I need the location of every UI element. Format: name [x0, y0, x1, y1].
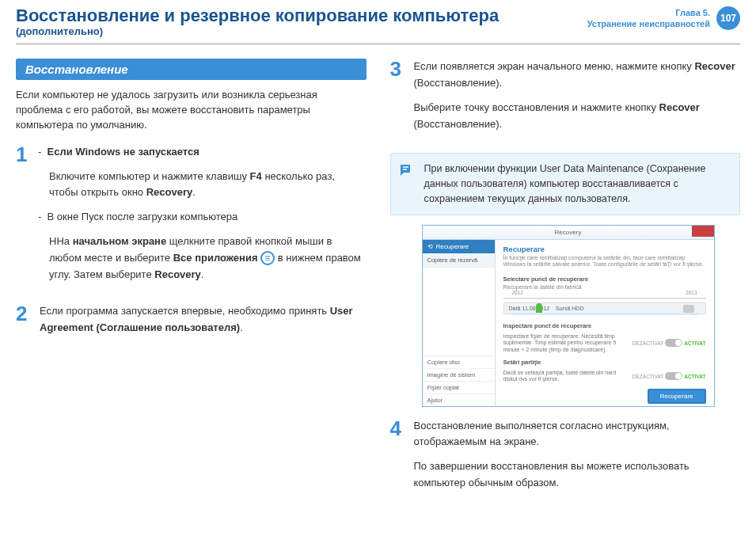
opt1-title: Inspectare punct de recuperare [503, 322, 706, 329]
recovery-screenshot: Recovery ⟲Recuperare Copiere de rezervă … [422, 225, 715, 407]
step1-b1-body: Включите компьютер и нажмите клавишу F4 … [49, 169, 367, 202]
chapter-text: Глава 5. Устранение неисправностей [587, 7, 710, 30]
note-text: При включении функции User Data Maintena… [424, 163, 706, 204]
shot-heading: Recuperare [503, 245, 706, 253]
step1-bullet1: - Если Windows не запускается [38, 144, 367, 161]
toggle-1: DEZACTIVATACTIVAT [633, 339, 706, 347]
shot-subtext: În funcţie care reinitializaţi computeru… [503, 255, 706, 268]
step2-body: Если программа запускается впервые, необ… [40, 303, 367, 336]
step3-line2: Выберите точку восстановления и нажмите … [414, 100, 741, 133]
step-number: 1 [16, 144, 32, 291]
chapter-line2: Устранение неисправностей [587, 18, 710, 29]
step-4: 4 Восстановление выполняется согласно ин… [390, 418, 741, 500]
shot-footer: Recuperare [503, 386, 706, 404]
step-body: Если программа запускается впервые, необ… [40, 303, 367, 344]
opt2-row: Dacă se setează partiţia, toate datele d… [503, 370, 706, 383]
hdd-icon [683, 305, 694, 313]
opt2-title: Setări partiţie [503, 359, 706, 366]
shot-side-top: ⟲Recuperare [423, 240, 495, 253]
note-icon [399, 162, 415, 177]
step-2: 2 Если программа запускается впервые, не… [16, 303, 367, 344]
recover-button: Recuperare [648, 389, 706, 404]
intro-paragraph: Если компьютер не удалось загрузить или … [16, 88, 367, 133]
opt1-row: Inspectare fişier de recuperare. Necesit… [503, 333, 706, 353]
page-header: Восстановление и резервное копирование к… [0, 0, 756, 42]
step4-line1: Восстановление выполняется согласно инст… [414, 418, 741, 451]
shot-body: ⟲Recuperare Copiere de rezervă Copiere d… [423, 240, 714, 406]
shot-window-title: Recovery [555, 229, 582, 236]
step-number: 2 [16, 303, 32, 344]
toggle-2: DEZACTIVATACTIVAT [633, 372, 706, 380]
step4-line2: По завершении восстановления вы можете и… [414, 458, 741, 492]
step3-line1: Если появляется экран начального меню, н… [414, 59, 741, 92]
shot-sidebar: ⟲Recuperare Copiere de rezervă Copiere d… [423, 240, 496, 406]
step-1: 1 - Если Windows не запускается Включите… [16, 144, 367, 291]
step1-bullet2: - В окне Пуск после загрузки компьютера [38, 209, 367, 226]
page-title: Восстановление и резервное копирование к… [16, 6, 587, 25]
step1-b2-title: В окне Пуск после загрузки компьютера [47, 211, 238, 222]
timeline-pin-icon [536, 303, 542, 313]
step1-b1-title: Если Windows не запускается [47, 146, 199, 158]
close-icon [692, 226, 714, 237]
step1-b2-body: ННа начальном экране щелкните правой кно… [49, 234, 367, 283]
step-body: Если появляется экран начального меню, н… [414, 59, 741, 140]
step-body: Восстановление выполняется согласно инст… [414, 418, 741, 500]
step-number: 3 [390, 59, 406, 140]
shot-main: Recuperare În funcţie care reinitializaţ… [496, 240, 714, 406]
chapter-block: Глава 5. Устранение неисправностей 107 [587, 6, 740, 30]
shot-select-label: Selectare punct de recuperare [503, 276, 706, 283]
left-column: Восстановление Если компьютер не удалось… [16, 59, 367, 512]
content-columns: Восстановление Если компьютер не удалось… [0, 44, 756, 520]
section-title: Восстановление [16, 59, 367, 80]
note-box: При включении функции User Data Maintena… [390, 153, 741, 215]
shot-timeline: 20122013 [503, 298, 706, 299]
step-number: 4 [390, 418, 406, 500]
step-body: - Если Windows не запускается Включите к… [40, 144, 367, 291]
shot-side-item: Copiere de rezervă [423, 253, 495, 268]
title-block: Восстановление и резервное копирование к… [16, 6, 587, 37]
step-3: 3 Если появляется экран начального меню,… [390, 59, 741, 140]
page-subtitle: (дополнительно) [16, 25, 587, 37]
right-column: 3 Если появляется экран начального меню,… [390, 59, 741, 512]
all-apps-icon [260, 251, 275, 265]
page-number-badge: 107 [716, 6, 740, 30]
chapter-line1: Глава 5. [587, 7, 710, 18]
shot-titlebar: Recovery [423, 226, 714, 240]
shot-side-bottom: Copiere disc Imagine de sistem Fişier co… [423, 355, 495, 406]
